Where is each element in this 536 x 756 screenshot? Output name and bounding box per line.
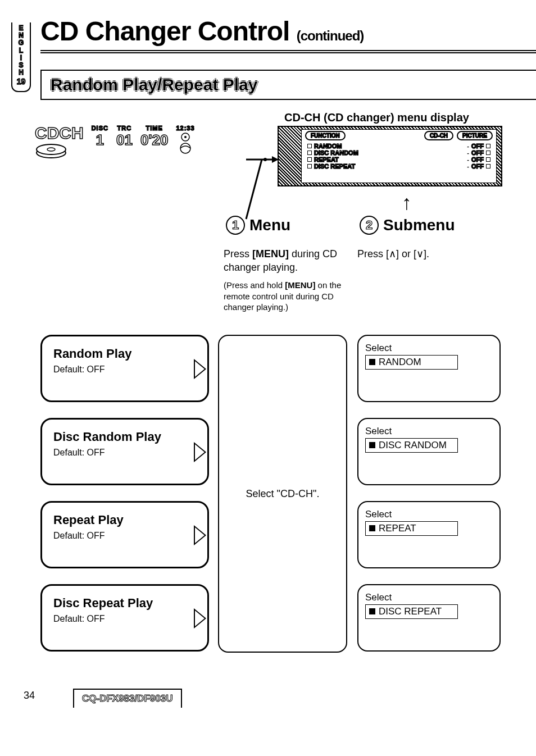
model-number: CQ-DFX983/DF903U [82, 693, 173, 704]
arrow-right-icon [194, 525, 206, 545]
middle-instruction-box: Select "CD-CH". [218, 335, 347, 653]
step-1-label: 1 Menu [226, 216, 290, 235]
step-2-instruction: Press [∧] or [∨]. [357, 247, 503, 261]
select-disc-repeat-value: DISC REPEAT [379, 606, 442, 617]
disc-indicator: DISC 1 [92, 125, 108, 149]
page-title-block: CD Changer Control (continued) [40, 16, 536, 53]
page-title: CD Changer Control (continued) [40, 16, 536, 47]
time-indicator: TIME 0'20 [140, 125, 169, 149]
source-indicator: CDCH [35, 125, 84, 162]
step-1-instruction: Press [MENU] during CD changer playing. [224, 247, 347, 275]
repeat-play-default: Default: OFF [53, 531, 196, 541]
menu-tabs: FUNCTION CD-CH PICTURE [302, 130, 496, 142]
page-title-suffix: (continued) [297, 28, 364, 43]
step-1-number: 1 [226, 216, 245, 235]
language-label: ENGLISH [12, 25, 30, 76]
select-disc-repeat-box: Select DISC REPEAT [357, 584, 501, 652]
select-random-value: RANDOM [379, 357, 421, 367]
middle-instruction-text: Select "CD-CH". [246, 488, 320, 500]
clock-indicator: 12:33 [176, 125, 194, 158]
select-disc-random-box: Select DISC RANDOM [357, 418, 501, 485]
menu-item-random: RANDOM- OFF [305, 143, 493, 149]
track-indicator: TRC 01 [116, 125, 133, 149]
disc-repeat-play-default: Default: OFF [53, 614, 196, 624]
step-2-label: 2 Submenu [360, 216, 455, 235]
section-title: Random Play/Repeat Play [51, 75, 257, 94]
random-play-title: Random Play [53, 347, 196, 361]
menu-tab-cdch: CD-CH [424, 131, 453, 140]
disc-repeat-play-title: Disc Repeat Play [53, 596, 196, 611]
page-title-main: CD Changer Control [40, 16, 289, 46]
section-page: 19 [12, 78, 30, 85]
select-disc-random-value: DISC RANDOM [379, 440, 447, 450]
language-tab: ENGLISH 19 [11, 22, 31, 92]
svg-point-5 [180, 143, 190, 153]
menu-items: RANDOM- OFF DISC RANDOM- OFF REPEAT- OFF… [302, 142, 496, 171]
display-status-row: CDCH DISC 1 TRC 01 TIME 0'20 12:33 [35, 125, 260, 162]
random-play-default: Default: OFF [53, 365, 196, 375]
svg-point-1 [37, 144, 66, 154]
connector-line-icon [242, 152, 281, 225]
svg-point-4 [184, 136, 187, 138]
cd-stack-icon [35, 142, 67, 160]
disc-random-play-default: Default: OFF [53, 448, 196, 458]
svg-marker-7 [272, 156, 279, 163]
select-repeat-value: REPEAT [379, 523, 416, 534]
step-2-number: 2 [360, 216, 379, 235]
disc-random-play-title: Disc Random Play [53, 430, 196, 444]
menu-tab-function: FUNCTION [305, 131, 346, 140]
menu-screen: FUNCTION CD-CH PICTURE RANDOM- OFF DISC … [278, 126, 502, 186]
svg-point-8 [264, 158, 267, 161]
model-badge: CQ-DFX983/DF903U [73, 689, 182, 708]
select-repeat-box: Select REPEAT [357, 501, 501, 568]
step-2-title: Submenu [383, 216, 455, 234]
disc-play-icon [179, 131, 192, 156]
source-label: CDCH [35, 125, 84, 142]
menu-tab-picture: PICTURE [457, 131, 493, 140]
arrow-right-icon [194, 442, 206, 462]
footer-page-number: 34 [24, 690, 35, 702]
menu-display-caption: CD-CH (CD changer) menu display [284, 111, 469, 124]
arrow-right-icon [194, 359, 206, 379]
menu-item-disc-random: DISC RANDOM- OFF [305, 149, 493, 156]
step-1-title: Menu [249, 216, 290, 234]
repeat-play-box: Repeat Play Default: OFF [40, 501, 209, 568]
step-1-note: (Press and hold [MENU] on the remote con… [224, 280, 353, 313]
arrow-right-icon [194, 608, 206, 629]
select-random-box: Select RANDOM [357, 335, 501, 402]
menu-item-disc-repeat: DISC REPEAT- OFF [305, 163, 493, 170]
title-rule [40, 50, 536, 53]
section-header: Random Play/Repeat Play [40, 70, 536, 100]
disc-random-play-box: Disc Random Play Default: OFF [40, 418, 209, 485]
random-play-box: Random Play Default: OFF [40, 335, 209, 402]
arrow-up-icon: ↑ [402, 191, 412, 215]
disc-repeat-play-box: Disc Repeat Play Default: OFF [40, 584, 209, 652]
menu-item-repeat: REPEAT- OFF [305, 156, 493, 163]
repeat-play-title: Repeat Play [53, 513, 196, 527]
